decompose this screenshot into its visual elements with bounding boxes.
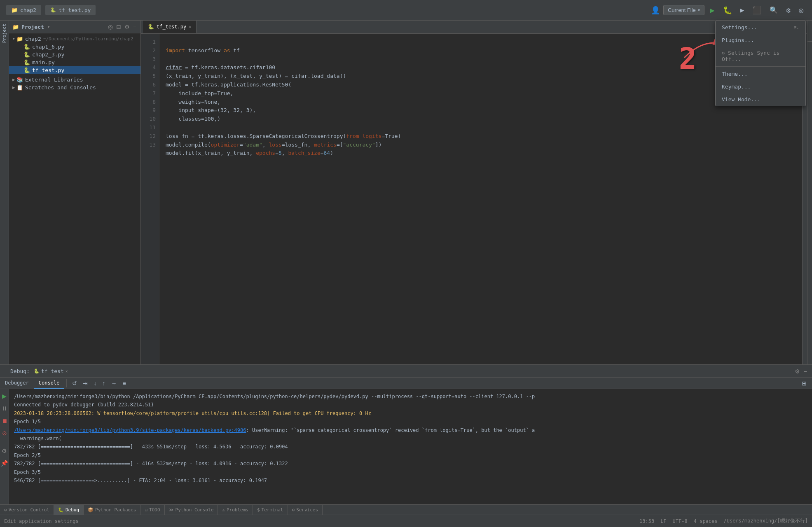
- keymap-menu-item[interactable]: Keymap...: [716, 80, 805, 93]
- sync-menu-item[interactable]: ⊘ Settings Sync is Off...: [716, 47, 805, 65]
- evaluate-btn[interactable]: ≡: [120, 379, 128, 387]
- debug-button[interactable]: 🐛: [721, 4, 735, 16]
- main-layout: Project 📁 Project ▾ ◎ ⊟ ⚙ − ▾ 📁 chap2 ~/…: [0, 21, 812, 371]
- tree-item-main[interactable]: 🐍 main.py: [9, 58, 140, 66]
- settings-button[interactable]: ⚙: [784, 4, 793, 16]
- services-label: Services: [296, 507, 318, 513]
- search-button[interactable]: 🔍: [767, 5, 780, 16]
- project-vtab[interactable]: Project: [2, 24, 7, 43]
- console-tab[interactable]: Console: [34, 378, 65, 389]
- plugins-menu-item[interactable]: Plugins...: [716, 34, 805, 47]
- resume-btn[interactable]: ▶: [0, 391, 9, 401]
- edit-settings-link[interactable]: Edit application settings: [4, 518, 79, 524]
- editor-tab-tftest[interactable]: 🐍 tf_test.py ✕: [143, 21, 197, 33]
- step-over-btn[interactable]: ⇥: [81, 379, 90, 387]
- user-icon[interactable]: 👤: [651, 6, 660, 14]
- status-path: /Users/mazhenxing/[嗯好像不行]: [724, 518, 808, 525]
- title-tab-group: 📁 chap2 🐍 tf_test.py: [6, 5, 96, 15]
- vc-label: Version Control: [9, 507, 49, 513]
- settings-menu-item[interactable]: Settings... ⌘,: [716, 21, 805, 34]
- sync-label: ⊘ Settings Sync is Off...: [722, 50, 799, 62]
- py-debug-icon: 🐍: [34, 368, 40, 374]
- project-dropdown-icon[interactable]: ▾: [47, 24, 50, 30]
- todo-label: TODO: [149, 507, 160, 513]
- console-output[interactable]: /Users/mazhenxing/miniforge3/bin/python …: [9, 389, 812, 504]
- debug-settings-btn[interactable]: ⚙: [794, 367, 801, 375]
- chap2-path: ~/Documents/Python-learning/chap2: [43, 36, 133, 42]
- terminal-label: Terminal: [262, 507, 283, 513]
- console-tab-label: Console: [39, 380, 60, 386]
- status-left: Edit application settings: [4, 518, 79, 524]
- terminal-icon: $: [257, 507, 260, 513]
- locate-file-btn[interactable]: ◎: [107, 23, 114, 31]
- debug-close-btn[interactable]: −: [803, 367, 808, 375]
- debug-session-close[interactable]: ✕: [66, 369, 68, 373]
- title-tab-chap2[interactable]: 📁 chap2: [6, 5, 41, 15]
- theme-menu-item[interactable]: Theme...: [716, 68, 805, 80]
- viewmode-menu-item[interactable]: View Mode...: [716, 93, 805, 106]
- tree-item-chap1[interactable]: 🐍 chap1_6.py: [9, 43, 140, 51]
- tab-todo[interactable]: ☑ TODO: [140, 505, 164, 515]
- console-line-5: warnings.warn(: [14, 434, 807, 443]
- code-content[interactable]: import tensorflow as tf cifar = tf.keras…: [159, 34, 802, 371]
- console-line-7: Epoch 2/5: [14, 451, 807, 459]
- tab-terminal[interactable]: $ Terminal: [253, 505, 288, 515]
- title-tab-tftest[interactable]: 🐍 tf_test.py: [45, 5, 96, 15]
- services-icon: ⚙: [292, 507, 295, 513]
- tree-scratches[interactable]: ▶ 📋 Scratches and Consoles: [9, 84, 140, 91]
- console-line-1: Connected to pydev debugger (build 223.8…: [14, 401, 807, 409]
- step-out-btn[interactable]: ↑: [100, 379, 107, 387]
- debug-session-label: tf_test: [41, 368, 64, 374]
- status-indent[interactable]: 4 spaces: [694, 518, 718, 524]
- console-line-10: 546/782 [==================>..........] …: [14, 476, 807, 485]
- debug-tab-label: Debug: [66, 507, 79, 513]
- pin-btn[interactable]: 📌: [0, 458, 9, 468]
- minimap-indicator: [807, 41, 812, 42]
- project-settings-btn[interactable]: ⚙: [124, 23, 131, 31]
- code-editor: 12345 678910 111213 import tensorflow as…: [141, 34, 807, 371]
- scratch-expand-icon: ▶: [12, 85, 15, 90]
- soft-wrap-btn[interactable]: ⊞: [800, 379, 809, 387]
- editor-tab-close[interactable]: ✕: [189, 24, 191, 29]
- stop-debug-btn[interactable]: ⏹: [0, 416, 9, 426]
- tab-python-packages[interactable]: 📦 Python Packages: [84, 505, 140, 515]
- settings-label: Settings...: [722, 24, 757, 30]
- step-into-btn[interactable]: ↓: [91, 379, 98, 387]
- tab-problems[interactable]: ⚠ Problems: [218, 505, 253, 515]
- tftest-label: tf_test.py: [32, 67, 64, 73]
- editor-tab-label: tf_test.py: [157, 24, 186, 30]
- tree-item-tftest[interactable]: 🐍 tf_test.py: [9, 66, 140, 74]
- coverage-button[interactable]: ▶: [738, 5, 747, 16]
- tab-python-console[interactable]: ≫ Python Console: [165, 505, 218, 515]
- profile-button[interactable]: ◎: [796, 4, 806, 16]
- debug-session-tab[interactable]: 🐍 tf_test ✕: [34, 368, 68, 374]
- tab-debug[interactable]: 🐛 Debug: [54, 505, 84, 515]
- problems-icon: ⚠: [222, 507, 225, 513]
- settings-strip-btn[interactable]: ⚙: [0, 446, 9, 456]
- pycon-label: Python Console: [176, 507, 214, 513]
- run-button[interactable]: ▶: [708, 4, 717, 16]
- stop-button[interactable]: ⬛: [750, 4, 764, 16]
- tree-root-folder[interactable]: ▾ 📁 chap2 ~/Documents/Python-learning/ch…: [9, 35, 140, 43]
- debugger-tab[interactable]: Debugger: [0, 378, 34, 389]
- scratches-label: Scratches and Consoles: [25, 84, 96, 91]
- console-line-0: /Users/mazhenxing/miniforge3/bin/python …: [14, 392, 807, 401]
- status-lf[interactable]: LF: [660, 518, 666, 524]
- tab-version-control[interactable]: ⊙ Version Control: [0, 505, 54, 515]
- close-panel-btn[interactable]: −: [132, 23, 137, 31]
- tree-item-chap2[interactable]: 🐍 chap2_3.py: [9, 51, 140, 58]
- mute-breakpoints-btn[interactable]: ⊘: [0, 428, 9, 438]
- console-link[interactable]: /Users/mazhenxing/miniforge3/lib/python3…: [14, 427, 246, 433]
- pause-btn[interactable]: ⏸: [0, 403, 9, 413]
- pkg-label: Python Packages: [95, 507, 136, 513]
- console-line-9: Epoch 3/5: [14, 468, 807, 476]
- collapse-all-btn[interactable]: ⊟: [115, 23, 122, 31]
- rerun-btn[interactable]: ↺: [70, 379, 79, 387]
- tab-services[interactable]: ⚙ Services: [288, 505, 323, 515]
- keymap-label: Keymap...: [722, 84, 751, 90]
- run-to-cursor-btn[interactable]: →: [109, 379, 119, 387]
- console-line-6: 782/782 [==============================]…: [14, 443, 807, 451]
- status-encoding[interactable]: UTF-8: [673, 518, 688, 524]
- current-file-button[interactable]: Current File: [663, 5, 704, 15]
- tree-external-libraries[interactable]: ▶ 📚 External Libraries: [9, 76, 140, 84]
